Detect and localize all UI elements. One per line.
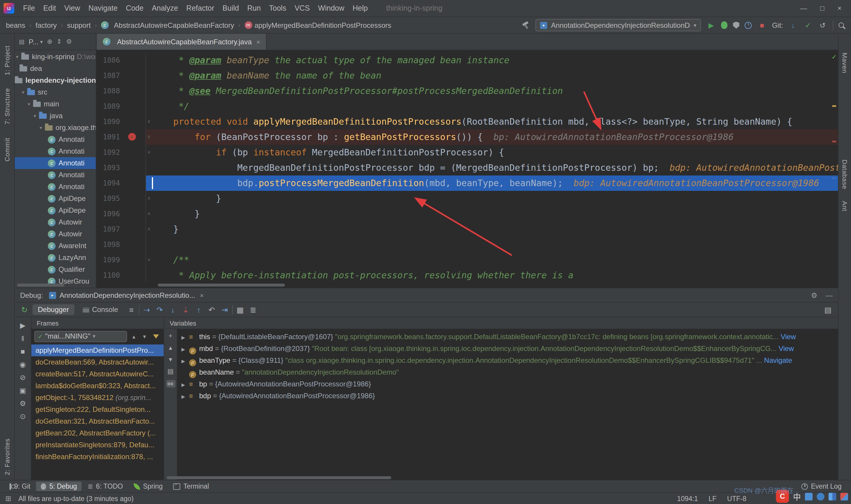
breadcrumb-item[interactable]: support bbox=[66, 20, 92, 30]
menu-navigate[interactable]: Navigate bbox=[84, 2, 122, 15]
layout-settings-button[interactable]: ▤ bbox=[824, 305, 834, 314]
minimize-button[interactable]: — bbox=[800, 4, 807, 13]
caret-position-widget[interactable]: 1094:1 bbox=[677, 495, 698, 502]
editor-gutter[interactable]: 1087 bbox=[96, 68, 146, 83]
code-line-1091[interactable]: 1091✓∨ for (BeanPostProcessor bp : getBe… bbox=[96, 129, 838, 145]
tool-window-button-9-git[interactable]: 9: Git bbox=[5, 482, 35, 491]
variable-row-bp[interactable]: ▶≡bp = {AutowiredAnnotationBeanPostProce… bbox=[177, 378, 838, 390]
stop-button[interactable]: ■ bbox=[21, 348, 25, 355]
project-tree-item-apidepe[interactable]: cApiDepe bbox=[15, 193, 96, 204]
view-breakpoints-button[interactable]: ◉ bbox=[20, 361, 26, 368]
stack-frame[interactable]: finishBeanFactoryInitialization:878, ... bbox=[31, 451, 164, 463]
error-stripe[interactable]: ✓ bbox=[830, 51, 838, 288]
editor-gutter[interactable]: 1093 bbox=[96, 160, 146, 176]
editor-gutter[interactable]: 1099 bbox=[96, 252, 146, 268]
stack-frame[interactable]: createBean:517, AbstractAutowireC... bbox=[31, 368, 164, 380]
evaluate-expression-button[interactable]: ▦ bbox=[235, 305, 246, 314]
project-tree-item-autowir[interactable]: cAutowir bbox=[15, 228, 96, 240]
tab-console[interactable]: Console bbox=[77, 304, 123, 315]
editor-tab[interactable]: c AbstractAutowireCapableBeanFactory.jav… bbox=[97, 34, 267, 50]
project-tree-item-annotati[interactable]: cAnnotati bbox=[15, 157, 96, 169]
menu-tools[interactable]: Tools bbox=[265, 2, 290, 15]
editor-gutter[interactable]: 1098 bbox=[96, 237, 146, 252]
previous-frame-button[interactable]: ▴ bbox=[130, 333, 138, 339]
code-line-1098[interactable]: 1098 bbox=[96, 237, 838, 252]
rerun-button[interactable]: ↻ bbox=[19, 305, 30, 314]
show-execution-point-button[interactable]: ⇢ bbox=[141, 305, 152, 314]
copy-value-button[interactable]: ▤ bbox=[167, 368, 174, 375]
fold-marker-icon[interactable]: ∧ bbox=[146, 206, 152, 221]
breadcrumb-item[interactable]: cAbstractAutowireCapableBeanFactory bbox=[100, 20, 236, 30]
project-tree-item-org-xiaoge-th[interactable]: ▾org.xiaoge.th bbox=[15, 122, 96, 133]
close-debug-tab-icon[interactable]: × bbox=[200, 292, 204, 299]
variables-horizontal-scrollbar[interactable] bbox=[167, 476, 391, 479]
project-tree-item-src[interactable]: ▾src bbox=[15, 86, 96, 98]
force-step-into-button[interactable]: ⇣ bbox=[180, 305, 192, 314]
git-revert-button[interactable]: ↺ bbox=[818, 21, 827, 29]
volume-icon[interactable] bbox=[817, 492, 825, 500]
menu-edit[interactable]: Edit bbox=[39, 2, 60, 15]
stack-frame[interactable]: applyMergedBeanDefinitionPostPro... bbox=[31, 344, 164, 356]
code-line-1097[interactable]: 1097∧ } bbox=[96, 221, 838, 237]
editor-gutter[interactable]: 1092 bbox=[96, 145, 146, 160]
tool-window-button-ant[interactable]: Ant bbox=[841, 201, 848, 212]
mute-breakpoints-button[interactable]: ⊘ bbox=[20, 374, 26, 381]
tool-window-button-5-debug[interactable]: 5: Debug bbox=[36, 482, 82, 491]
editor-gutter[interactable]: 1094 bbox=[96, 176, 146, 191]
code-line-1090[interactable]: 1090∨ protected void applyMergedBeanDefi… bbox=[96, 114, 838, 129]
code-line-1094[interactable]: 1094 bdp.postProcessMergedBeanDefinition… bbox=[96, 176, 838, 191]
fold-marker-icon[interactable]: ∨ bbox=[146, 252, 152, 268]
project-tree-item-java[interactable]: ▾java bbox=[15, 110, 96, 122]
tool-window-button-6-todo[interactable]: ≣6: TODO bbox=[83, 481, 128, 491]
editor-content[interactable]: 1086 * @param beanType the actual type o… bbox=[96, 50, 838, 288]
move-up-button[interactable]: ▴ bbox=[169, 344, 172, 351]
editor-gutter[interactable]: 1097 bbox=[96, 221, 146, 237]
expander-icon[interactable]: ▶ bbox=[181, 332, 189, 343]
debug-button[interactable] bbox=[721, 21, 728, 29]
stripe-mark[interactable] bbox=[832, 177, 836, 179]
locate-file-button[interactable]: ⊕ bbox=[47, 38, 52, 46]
step-over-button[interactable]: ↷ bbox=[154, 305, 165, 314]
project-view-selector[interactable]: P...▾ bbox=[29, 37, 43, 46]
debug-session-tab[interactable]: AnnotationDependencyInjectionResolutio..… bbox=[49, 291, 204, 299]
build-hammer-icon[interactable] bbox=[522, 21, 530, 29]
fold-marker-icon[interactable]: ∨ bbox=[146, 129, 152, 145]
stack-frame[interactable]: lambda$doGetBean$0:323, Abstract... bbox=[31, 380, 164, 392]
editor-gutter[interactable]: 1086 bbox=[96, 53, 146, 68]
project-tree-item-main[interactable]: ▾main bbox=[15, 98, 96, 110]
variable-row-beanname[interactable]: pbeanName = "annotationDependencyInjecti… bbox=[177, 366, 838, 378]
variable-row-bdp[interactable]: ▶≡bdp = {AutowiredAnnotationBeanPostProc… bbox=[177, 390, 838, 402]
run-button[interactable]: ▶ bbox=[707, 21, 716, 29]
editor-gutter[interactable]: 1100 bbox=[96, 268, 146, 283]
expander-icon[interactable]: ▶ bbox=[181, 379, 189, 390]
editor-gutter[interactable]: 1095 bbox=[96, 191, 146, 206]
show-watches-button[interactable]: oo bbox=[166, 380, 175, 388]
keyboard-icon[interactable] bbox=[805, 492, 813, 500]
fold-marker-icon[interactable]: ∧ bbox=[146, 191, 152, 206]
tool-window-button-1-project[interactable]: 1: Project bbox=[3, 46, 11, 75]
git-commit-button[interactable]: ✓ bbox=[803, 21, 813, 29]
menu-analyze[interactable]: Analyze bbox=[148, 2, 182, 15]
breadcrumb-item[interactable]: factory bbox=[34, 20, 58, 30]
project-tree-item-annotati[interactable]: cAnnotati bbox=[15, 169, 96, 181]
coverage-button[interactable] bbox=[733, 22, 740, 29]
run-configuration-select[interactable]: AnnotationDependencyInjectionResolutionD… bbox=[536, 19, 701, 31]
menu-run[interactable]: Run bbox=[243, 2, 265, 15]
menu-build[interactable]: Build bbox=[218, 2, 243, 15]
code-line-1099[interactable]: 1099∨ /** bbox=[96, 252, 838, 268]
variable-row-beantype[interactable]: ▶pbeanType = {Class@1911} "class org.xia… bbox=[177, 355, 838, 366]
menu-view[interactable]: View bbox=[60, 2, 84, 15]
project-tree-item-apidepe[interactable]: cApiDepe bbox=[15, 204, 96, 216]
network-icon[interactable] bbox=[829, 492, 836, 500]
expander-icon[interactable]: ▶ bbox=[181, 344, 189, 355]
tool-window-button-terminal[interactable]: Terminal bbox=[168, 482, 214, 491]
code-line-1088[interactable]: 1088 * @see MergedBeanDefinitionPostProc… bbox=[96, 83, 838, 99]
editor-gutter[interactable]: 1089 bbox=[96, 99, 146, 114]
code-line-1100[interactable]: 1100 * Apply before-instantiation post-p… bbox=[96, 268, 838, 283]
expander-icon[interactable]: ▶ bbox=[181, 356, 189, 366]
tool-window-button-commit[interactable]: Commit bbox=[3, 138, 11, 162]
menu-help[interactable]: Help bbox=[348, 2, 372, 15]
more-options-icon[interactable]: ≣ bbox=[248, 305, 259, 314]
variable-view-link[interactable]: View bbox=[777, 344, 794, 353]
stripe-mark[interactable] bbox=[832, 105, 836, 107]
